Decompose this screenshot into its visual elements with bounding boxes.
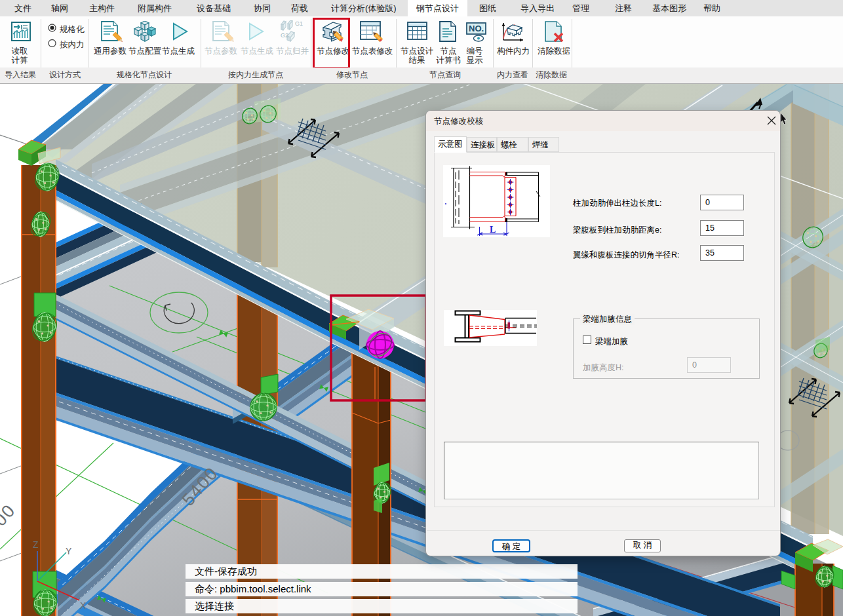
- svg-text:X: X: [80, 600, 87, 611]
- svg-text:Z: Z: [33, 539, 39, 550]
- svg-text:L: L: [490, 225, 496, 235]
- svg-text:Y: Y: [66, 546, 72, 556]
- svg-text:G2: G2: [281, 32, 288, 39]
- svg-text:G1: G1: [295, 20, 303, 27]
- svg-text:NO.: NO.: [469, 24, 484, 33]
